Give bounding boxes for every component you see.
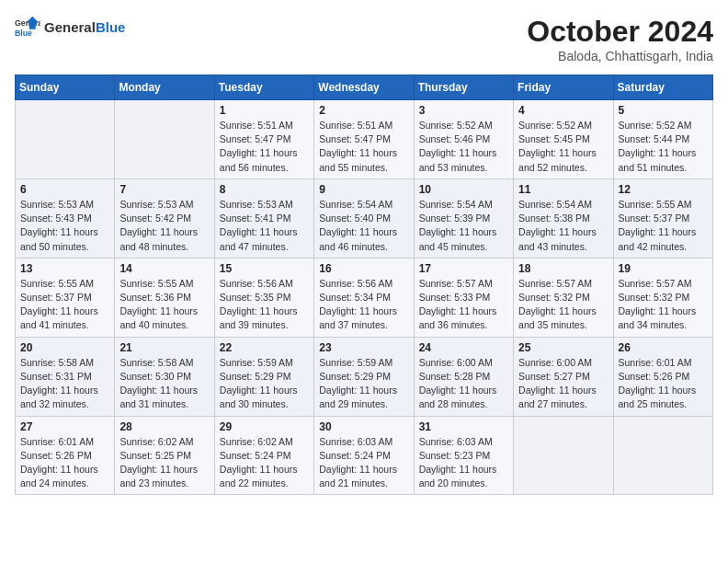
calendar-day-cell: 17Sunrise: 5:57 AM Sunset: 5:33 PM Dayli… bbox=[414, 258, 513, 337]
calendar-day-cell: 7Sunrise: 5:53 AM Sunset: 5:42 PM Daylig… bbox=[115, 178, 214, 258]
calendar-day-cell: 5Sunrise: 5:52 AM Sunset: 5:44 PM Daylig… bbox=[613, 100, 712, 179]
day-number: 24 bbox=[419, 341, 508, 354]
calendar-week-row: 27Sunrise: 6:01 AM Sunset: 5:26 PM Dayli… bbox=[16, 416, 713, 495]
calendar-day-cell: 6Sunrise: 5:53 AM Sunset: 5:43 PM Daylig… bbox=[16, 178, 115, 258]
day-number: 27 bbox=[20, 420, 109, 433]
day-number: 2 bbox=[319, 104, 408, 117]
day-number: 8 bbox=[220, 183, 309, 196]
day-info: Sunrise: 5:55 AM Sunset: 5:36 PM Dayligh… bbox=[119, 277, 209, 333]
calendar-week-row: 20Sunrise: 5:58 AM Sunset: 5:31 PM Dayli… bbox=[16, 337, 713, 416]
day-number: 22 bbox=[220, 341, 309, 354]
svg-text:Blue: Blue bbox=[15, 29, 32, 38]
calendar-day-cell: 29Sunrise: 6:02 AM Sunset: 5:24 PM Dayli… bbox=[214, 416, 313, 495]
calendar-day-cell: 9Sunrise: 5:54 AM Sunset: 5:40 PM Daylig… bbox=[314, 178, 414, 258]
day-info: Sunrise: 6:00 AM Sunset: 5:27 PM Dayligh… bbox=[518, 356, 608, 412]
calendar-day-cell: 27Sunrise: 6:01 AM Sunset: 5:26 PM Dayli… bbox=[16, 416, 115, 495]
day-number: 19 bbox=[619, 262, 708, 275]
day-info: Sunrise: 5:54 AM Sunset: 5:38 PM Dayligh… bbox=[518, 198, 608, 254]
calendar-day-cell: 20Sunrise: 5:58 AM Sunset: 5:31 PM Dayli… bbox=[16, 337, 115, 416]
day-number: 18 bbox=[518, 262, 608, 275]
calendar-day-cell: 11Sunrise: 5:54 AM Sunset: 5:38 PM Dayli… bbox=[514, 178, 613, 258]
day-info: Sunrise: 5:52 AM Sunset: 5:44 PM Dayligh… bbox=[619, 119, 708, 175]
calendar-day-cell: 8Sunrise: 5:53 AM Sunset: 5:41 PM Daylig… bbox=[214, 178, 313, 258]
location: Baloda, Chhattisgarh, India bbox=[527, 49, 713, 63]
day-info: Sunrise: 5:51 AM Sunset: 5:47 PM Dayligh… bbox=[220, 119, 309, 175]
day-number: 9 bbox=[319, 183, 408, 196]
day-number: 20 bbox=[20, 341, 109, 354]
day-info: Sunrise: 5:56 AM Sunset: 5:35 PM Dayligh… bbox=[220, 277, 309, 333]
day-number: 16 bbox=[319, 262, 408, 275]
day-info: Sunrise: 5:53 AM Sunset: 5:42 PM Dayligh… bbox=[119, 198, 209, 254]
day-info: Sunrise: 6:02 AM Sunset: 5:25 PM Dayligh… bbox=[119, 435, 209, 491]
day-info: Sunrise: 5:56 AM Sunset: 5:34 PM Dayligh… bbox=[319, 277, 408, 333]
day-number: 6 bbox=[20, 183, 109, 196]
day-info: Sunrise: 5:57 AM Sunset: 5:33 PM Dayligh… bbox=[419, 277, 508, 333]
day-info: Sunrise: 6:03 AM Sunset: 5:23 PM Dayligh… bbox=[419, 435, 508, 491]
day-number: 15 bbox=[220, 262, 309, 275]
day-of-week-header: Tuesday bbox=[214, 75, 313, 100]
day-number: 4 bbox=[518, 104, 608, 117]
calendar-day-cell: 13Sunrise: 5:55 AM Sunset: 5:37 PM Dayli… bbox=[16, 258, 115, 337]
day-number: 3 bbox=[419, 104, 508, 117]
svg-text:General: General bbox=[15, 18, 40, 28]
calendar-day-cell: 10Sunrise: 5:54 AM Sunset: 5:39 PM Dayli… bbox=[414, 178, 513, 258]
day-info: Sunrise: 6:03 AM Sunset: 5:24 PM Dayligh… bbox=[319, 435, 408, 491]
calendar-day-cell: 25Sunrise: 6:00 AM Sunset: 5:27 PM Dayli… bbox=[514, 337, 613, 416]
calendar-day-cell: 12Sunrise: 5:55 AM Sunset: 5:37 PM Dayli… bbox=[613, 178, 712, 258]
day-info: Sunrise: 5:53 AM Sunset: 5:41 PM Dayligh… bbox=[220, 198, 309, 254]
calendar-week-row: 13Sunrise: 5:55 AM Sunset: 5:37 PM Dayli… bbox=[16, 258, 713, 337]
day-number: 13 bbox=[20, 262, 109, 275]
calendar-day-cell: 23Sunrise: 5:59 AM Sunset: 5:29 PM Dayli… bbox=[314, 337, 414, 416]
calendar-day-cell: 4Sunrise: 5:52 AM Sunset: 5:45 PM Daylig… bbox=[514, 100, 613, 179]
day-number: 5 bbox=[619, 104, 708, 117]
day-number: 10 bbox=[419, 183, 508, 196]
calendar-day-cell: 1Sunrise: 5:51 AM Sunset: 5:47 PM Daylig… bbox=[214, 100, 313, 179]
day-number: 21 bbox=[119, 341, 209, 354]
calendar-day-cell bbox=[514, 416, 613, 495]
day-info: Sunrise: 5:52 AM Sunset: 5:45 PM Dayligh… bbox=[518, 119, 608, 175]
calendar-day-cell: 22Sunrise: 5:59 AM Sunset: 5:29 PM Dayli… bbox=[214, 337, 313, 416]
day-info: Sunrise: 5:59 AM Sunset: 5:29 PM Dayligh… bbox=[319, 356, 408, 412]
day-of-week-header: Monday bbox=[115, 75, 214, 100]
calendar-header: SundayMondayTuesdayWednesdayThursdayFrid… bbox=[16, 75, 713, 100]
day-info: Sunrise: 5:58 AM Sunset: 5:31 PM Dayligh… bbox=[20, 356, 109, 412]
calendar-week-row: 6Sunrise: 5:53 AM Sunset: 5:43 PM Daylig… bbox=[16, 178, 713, 258]
day-info: Sunrise: 5:55 AM Sunset: 5:37 PM Dayligh… bbox=[619, 198, 708, 254]
day-info: Sunrise: 5:53 AM Sunset: 5:43 PM Dayligh… bbox=[20, 198, 109, 254]
calendar-day-cell: 18Sunrise: 5:57 AM Sunset: 5:32 PM Dayli… bbox=[514, 258, 613, 337]
day-info: Sunrise: 5:52 AM Sunset: 5:46 PM Dayligh… bbox=[419, 119, 508, 175]
day-number: 28 bbox=[119, 420, 209, 433]
day-info: Sunrise: 5:57 AM Sunset: 5:32 PM Dayligh… bbox=[619, 277, 708, 333]
day-number: 23 bbox=[319, 341, 408, 354]
day-number: 25 bbox=[518, 341, 608, 354]
day-info: Sunrise: 5:57 AM Sunset: 5:32 PM Dayligh… bbox=[518, 277, 608, 333]
day-info: Sunrise: 6:01 AM Sunset: 5:26 PM Dayligh… bbox=[20, 435, 109, 491]
calendar-day-cell bbox=[115, 100, 214, 179]
calendar-day-cell: 14Sunrise: 5:55 AM Sunset: 5:36 PM Dayli… bbox=[115, 258, 214, 337]
day-info: Sunrise: 5:59 AM Sunset: 5:29 PM Dayligh… bbox=[220, 356, 309, 412]
calendar-day-cell bbox=[16, 100, 115, 179]
calendar-day-cell: 31Sunrise: 6:03 AM Sunset: 5:23 PM Dayli… bbox=[414, 416, 513, 495]
day-number: 31 bbox=[419, 420, 508, 433]
day-number: 14 bbox=[119, 262, 209, 275]
day-of-week-header: Friday bbox=[514, 75, 613, 100]
day-of-week-header: Sunday bbox=[16, 75, 115, 100]
day-number: 1 bbox=[220, 104, 309, 117]
day-number: 26 bbox=[619, 341, 708, 354]
calendar-table: SundayMondayTuesdayWednesdayThursdayFrid… bbox=[15, 75, 713, 495]
day-info: Sunrise: 5:58 AM Sunset: 5:30 PM Dayligh… bbox=[119, 356, 209, 412]
calendar-body: 1Sunrise: 5:51 AM Sunset: 5:47 PM Daylig… bbox=[16, 100, 713, 495]
day-of-week-header: Saturday bbox=[613, 75, 712, 100]
calendar-day-cell: 19Sunrise: 5:57 AM Sunset: 5:32 PM Dayli… bbox=[613, 258, 712, 337]
day-of-week-header: Wednesday bbox=[314, 75, 414, 100]
day-info: Sunrise: 6:02 AM Sunset: 5:24 PM Dayligh… bbox=[220, 435, 309, 491]
day-number: 7 bbox=[119, 183, 209, 196]
calendar-day-cell: 2Sunrise: 5:51 AM Sunset: 5:47 PM Daylig… bbox=[314, 100, 414, 179]
calendar-day-cell: 24Sunrise: 6:00 AM Sunset: 5:28 PM Dayli… bbox=[414, 337, 513, 416]
day-info: Sunrise: 5:54 AM Sunset: 5:40 PM Dayligh… bbox=[319, 198, 408, 254]
calendar-day-cell: 30Sunrise: 6:03 AM Sunset: 5:24 PM Dayli… bbox=[314, 416, 414, 495]
month-title: October 2024 bbox=[527, 15, 713, 49]
day-info: Sunrise: 6:00 AM Sunset: 5:28 PM Dayligh… bbox=[419, 356, 508, 412]
day-number: 30 bbox=[319, 420, 408, 433]
day-number: 17 bbox=[419, 262, 508, 275]
